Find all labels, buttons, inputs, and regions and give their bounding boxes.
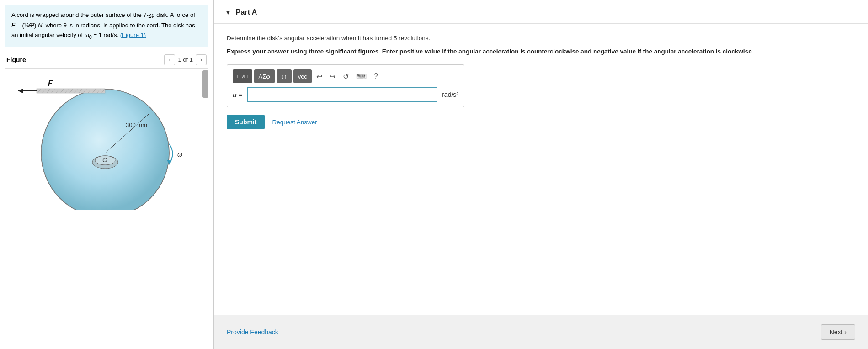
- figure-prev-button[interactable]: ‹: [164, 54, 175, 65]
- keyboard-button[interactable]: ⌨: [353, 69, 369, 83]
- action-row: Submit Request Answer: [227, 115, 855, 129]
- collapse-arrow[interactable]: ▼: [225, 9, 231, 16]
- problem-text: A cord is wrapped around the outer surfa…: [11, 11, 195, 38]
- figure-title: Figure: [6, 56, 26, 63]
- math-input-row: α = rad/s²: [233, 87, 458, 102]
- figure-svg-area: O 300 mm: [5, 69, 202, 216]
- fraction-sqrt-button[interactable]: □ √□: [233, 69, 252, 83]
- question-instructions: Express your answer using three signific…: [227, 47, 855, 56]
- svg-marker-22: [18, 89, 23, 93]
- part-header: ▼ Part A: [214, 0, 868, 24]
- figure-nav: ‹ 1 of 1 ›: [164, 54, 207, 65]
- reset-button[interactable]: ↺: [340, 69, 351, 83]
- figure-header: Figure ‹ 1 of 1 ›: [5, 52, 208, 69]
- footer-area: Provide Feedback Next ›: [214, 315, 868, 349]
- provide-feedback-button[interactable]: Provide Feedback: [227, 328, 278, 336]
- undo-button[interactable]: ↩: [314, 69, 325, 83]
- question-text: Determine the disk's angular acceleratio…: [227, 35, 855, 42]
- arrows-button[interactable]: ↕↑: [277, 69, 292, 83]
- next-button[interactable]: Next ›: [821, 324, 855, 340]
- unit-label: rad/s²: [442, 91, 458, 98]
- F-label: F: [48, 79, 53, 87]
- answer-input[interactable]: [247, 87, 437, 102]
- scrollbar-thumb: [202, 70, 208, 98]
- request-answer-button[interactable]: Request Answer: [272, 119, 317, 126]
- figure-page: 1 of 1: [178, 56, 193, 63]
- figure-scrollable[interactable]: O 300 mm: [5, 69, 202, 345]
- omega-label: ω: [177, 151, 182, 158]
- distance-label: 300 mm: [126, 122, 147, 128]
- left-panel: A cord is wrapped around the outer surfa…: [0, 0, 214, 349]
- part-content: Determine the disk's angular acceleratio…: [214, 24, 868, 315]
- math-toolbar: □ √□ ΑΣφ ↕↑ vec ↩ ↪ ↺ ⌨ ?: [233, 69, 458, 83]
- alpha-label: α =: [233, 91, 242, 99]
- help-button[interactable]: ?: [371, 69, 381, 83]
- problem-statement: A cord is wrapped around the outer surfa…: [5, 5, 208, 47]
- part-title: Part A: [236, 8, 257, 16]
- figure-link[interactable]: (Figure 1): [120, 32, 146, 38]
- figure-next-button[interactable]: ›: [196, 54, 207, 65]
- figure-container: O 300 mm: [5, 69, 208, 345]
- greek-button[interactable]: ΑΣφ: [254, 69, 275, 83]
- vec-button[interactable]: vec: [293, 69, 312, 83]
- redo-button[interactable]: ↪: [327, 69, 338, 83]
- figure-svg: O 300 mm: [9, 73, 192, 210]
- svg-rect-5: [37, 89, 105, 93]
- right-panel: ▼ Part A Determine the disk's angular ac…: [214, 0, 868, 349]
- O-label: O: [102, 156, 107, 164]
- math-input-box: □ √□ ΑΣφ ↕↑ vec ↩ ↪ ↺ ⌨ ? α = rad/s²: [227, 64, 464, 107]
- submit-button[interactable]: Submit: [227, 115, 265, 129]
